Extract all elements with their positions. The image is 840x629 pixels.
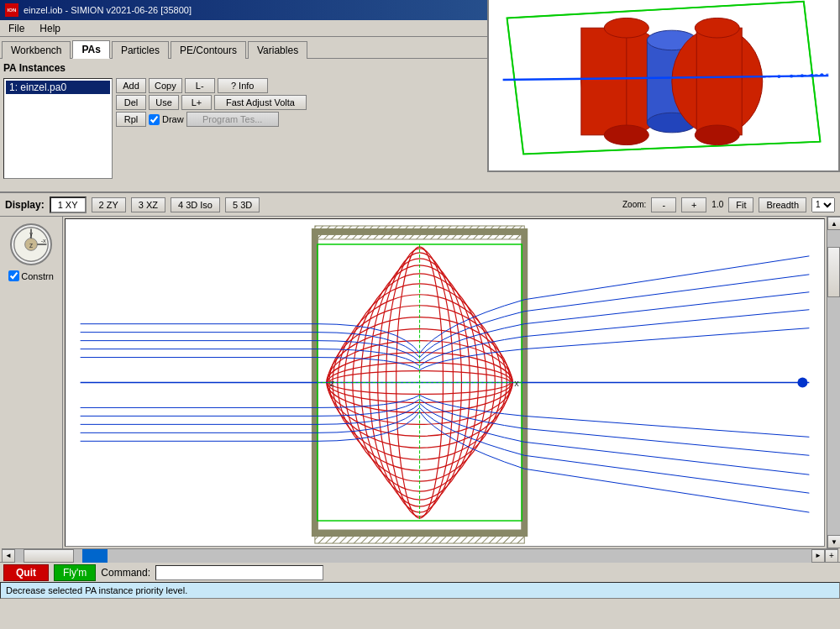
hscroll-thumb-blue <box>82 549 108 563</box>
svg-point-17 <box>695 125 739 145</box>
display-4-3d-iso[interactable]: 4 3D Iso <box>171 197 220 212</box>
tab-workbench[interactable]: Workbench <box>2 41 71 59</box>
svg-point-8 <box>604 18 648 38</box>
viewport-container: z y -x Constrn <box>0 217 840 548</box>
rpl-button[interactable]: Rpl <box>116 112 146 127</box>
l-plus-button[interactable]: L+ <box>181 95 212 110</box>
window-title: einzel.iob - SIMION v2021-06-26 [35800] <box>24 5 192 15</box>
axis-circle: z y -x <box>10 223 52 265</box>
quit-button[interactable]: Quit <box>3 564 49 581</box>
svg-point-23 <box>811 74 814 77</box>
svg-point-9 <box>604 125 648 145</box>
scroll-thumb[interactable] <box>827 247 840 297</box>
zoom-label: Zoom: <box>622 200 646 209</box>
menu-file[interactable]: File <box>5 22 28 35</box>
svg-point-22 <box>801 74 804 77</box>
display-2zy[interactable]: 2 ZY <box>92 197 126 212</box>
svg-rect-15 <box>696 28 742 135</box>
pa-list[interactable]: 1: einzel.pa0 <box>3 78 113 179</box>
svg-point-54 <box>797 378 807 388</box>
app-icon: ION <box>5 3 18 17</box>
tab-variables[interactable]: Variables <box>248 41 307 59</box>
display-bar: Display: 1 XY 2 ZY 3 XZ 4 3D Iso 5 3D Zo… <box>0 193 840 217</box>
display-3xz[interactable]: 3 XZ <box>131 197 165 212</box>
pa-buttons-row2: Del Use L+ Fast Adjust Volta <box>116 95 307 110</box>
fast-adjust-button[interactable]: Fast Adjust Volta <box>214 95 307 110</box>
hscroll-thumb[interactable] <box>24 549 74 563</box>
scroll-left[interactable]: ◄ <box>2 549 15 563</box>
left-panel: z y -x Constrn <box>0 217 63 548</box>
constrain-checkbox[interactable] <box>8 270 19 281</box>
sim-viewport[interactable]: z x <box>65 218 825 547</box>
l-minus-button[interactable]: L- <box>185 78 215 93</box>
pa-list-item[interactable]: 1: einzel.pa0 <box>6 81 110 94</box>
add-button[interactable]: Add <box>116 78 146 93</box>
axis-svg: z y -x <box>12 223 50 265</box>
flym-button[interactable]: Fly'm <box>54 564 96 581</box>
svg-point-24 <box>820 73 823 76</box>
scroll-right[interactable]: ► <box>811 549 825 563</box>
command-label: Command: <box>101 567 150 579</box>
svg-text:z: z <box>330 378 335 388</box>
zoom-plus[interactable]: + <box>681 197 706 212</box>
constrain-check: Constrn <box>8 270 54 281</box>
svg-rect-34 <box>315 226 524 239</box>
right-scrollbar: ▲ ▼ <box>827 217 840 548</box>
bottom-scrollbar: ◄ ► + <box>2 548 838 562</box>
svg-point-21 <box>790 75 793 78</box>
breadth-button[interactable]: Breadth <box>759 197 806 212</box>
tab-pe-contours[interactable]: PE/Contours <box>171 41 246 59</box>
svg-rect-35 <box>315 530 524 543</box>
svg-text:x: x <box>514 378 519 388</box>
display-5-3d[interactable]: 5 3D <box>225 197 260 212</box>
scroll-down[interactable]: ▼ <box>827 535 840 548</box>
svg-text:z: z <box>29 242 33 249</box>
display-label: Display: <box>5 199 45 211</box>
display-select[interactable]: 1 2 <box>811 197 835 212</box>
draw-checkbox-group: Draw <box>149 114 184 125</box>
status-bar: Quit Fly'm Command: <box>0 562 840 582</box>
svg-rect-7 <box>581 28 627 135</box>
svg-point-20 <box>777 75 780 78</box>
constrain-label: Constrn <box>21 271 54 281</box>
pa-buttons: Add Copy L- ? Info Del Use L+ Fast Adjus… <box>116 78 307 179</box>
pa-buttons-row3: Rpl Draw Program Tes... <box>116 112 307 127</box>
pa-buttons-row1: Add Copy L- ? Info <box>116 78 307 93</box>
svg-text:-x: -x <box>41 237 46 244</box>
svg-text:y: y <box>29 230 33 238</box>
copy-button[interactable]: Copy <box>149 78 182 93</box>
program-test-button[interactable]: Program Tes... <box>186 112 279 127</box>
menu-help[interactable]: Help <box>36 22 64 35</box>
viewport-3d <box>487 0 840 172</box>
fit-button[interactable]: Fit <box>728 197 753 212</box>
hscroll-track[interactable] <box>15 549 811 563</box>
draw-label: Draw <box>162 114 184 124</box>
tab-pas[interactable]: PAs <box>72 40 109 59</box>
del-button[interactable]: Del <box>116 95 146 110</box>
sim-svg: z x <box>66 219 824 546</box>
info-button[interactable]: ? Info <box>218 78 268 93</box>
zoom-minus[interactable]: - <box>651 197 676 212</box>
scroll-up[interactable]: ▲ <box>827 217 840 230</box>
zoom-value: 1.0 <box>711 200 723 209</box>
scroll-track[interactable] <box>827 230 840 535</box>
viewport-3d-svg <box>489 0 838 170</box>
display-1xy[interactable]: 1 XY <box>50 197 87 213</box>
draw-checkbox[interactable] <box>149 114 160 125</box>
pa-section: PA Instances 1: einzel.pa0 Add Copy L- ?… <box>0 59 840 193</box>
command-input[interactable] <box>155 565 323 580</box>
use-button[interactable]: Use <box>149 95 179 110</box>
scroll-corner: + <box>825 549 838 563</box>
status-message: Decrease selected PA instance priority l… <box>0 582 840 599</box>
tab-particles[interactable]: Particles <box>112 41 169 59</box>
svg-point-16 <box>695 18 739 38</box>
